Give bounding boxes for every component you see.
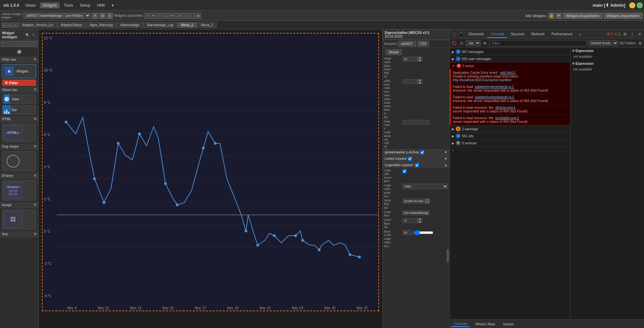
menu-extra[interactable]: ▾ — [109, 2, 116, 8]
error-5-link[interactable]: pivottable.png:1 — [495, 116, 519, 120]
aussicht-button[interactable]: w04627 — [398, 41, 416, 47]
section-messages-header[interactable]: ▶ i 567 messages — [450, 48, 570, 55]
tab-alarmanlage[interactable]: Alarmanlage — [117, 22, 143, 28]
menu-tools[interactable]: Tools — [61, 2, 76, 8]
menu-widgets[interactable]: Widgets — [40, 2, 60, 8]
sidebar-item-iframe[interactable]: <iFrame> — [2, 180, 36, 200]
sidebar-item-image[interactable]: 🖼 — [2, 209, 36, 230]
maximize-button[interactable]: □ — [637, 2, 643, 8]
sidebar-search-icon[interactable]: 🔍 — [25, 32, 30, 38]
zeige-input[interactable] — [402, 57, 418, 61]
error-2-link[interactable]: adapter/mytime/words.js:1 — [475, 85, 514, 89]
section-info-header[interactable]: ▶ i 551 info — [450, 133, 570, 139]
devtools-device-icon[interactable]: 📱 — [458, 31, 464, 37]
props-scrollbar[interactable] — [447, 249, 449, 263]
error-1-link[interactable]: edit.html:1 — [500, 71, 516, 75]
align-top-btn[interactable]: ⊤ — [157, 13, 163, 19]
widget-copy-btn[interactable]: ⧉ — [99, 13, 105, 19]
devtools-more-icon[interactable]: » — [577, 31, 583, 37]
devtools-clear-icon[interactable]: 🚫 — [451, 40, 457, 46]
error-4-link[interactable]: dimmer.png:1 — [495, 106, 516, 109]
legende-position-select[interactable]: oben — [402, 184, 448, 189]
sidebar-search-input[interactable] — [1, 41, 38, 47]
tab-ages-warnung[interactable]: Ages_Warnung — [86, 22, 117, 28]
linien-section[interactable]: Linien Layout ▼ — [383, 155, 449, 162]
alle-lock-btn[interactable]: 🔒 — [548, 13, 554, 19]
devtools-tab-network[interactable]: Network — [528, 31, 548, 38]
alle-eye-btn[interactable]: 👁 — [556, 13, 562, 19]
sidebar-pencil-icon[interactable]: ✎ — [31, 32, 36, 38]
sidebar-item-view[interactable]: View — [2, 94, 36, 104]
devtools-filter-icon[interactable]: ⊙ — [459, 40, 465, 46]
sidebar-item-html[interactable]: <HTML> — [2, 124, 36, 142]
devtools-tab-performance[interactable]: Performance — [548, 31, 576, 38]
tab-adapter-version[interactable]: Adapter_Version_Liv — [18, 22, 57, 28]
skripte-button[interactable]: Skripte — [385, 49, 402, 55]
minimize-button[interactable]: ─ — [629, 2, 635, 8]
sidebar-item-filter[interactable]: ⊘ Filter — [2, 80, 36, 86]
align-height-btn[interactable]: ↕ — [189, 13, 195, 19]
devtools-level-select[interactable]: top — [466, 40, 481, 46]
schriftfarbe-color-btn[interactable] — [425, 199, 430, 203]
align-left-btn[interactable]: ⊣ — [144, 13, 150, 19]
align-bottom-btn[interactable]: ≡ — [176, 13, 182, 19]
tab-adapter-status[interactable]: AdapterStatus — [57, 22, 86, 28]
align-width-btn[interactable]: ↔ — [182, 13, 189, 19]
zeitlicher-spin-btn[interactable]: ▲▼ — [418, 79, 422, 84]
align-right-btn[interactable]: ⊢ — [170, 13, 176, 19]
tab-next-btn[interactable]: › — [13, 22, 18, 28]
devtools-inspect-icon[interactable]: ⬚ — [451, 31, 457, 37]
legenden-section[interactable]: Legenden Layout: ▲ — [383, 162, 449, 168]
legenden-checkbox[interactable] — [415, 163, 419, 167]
widget-select[interactable]: w04627 (materialdesign - Line History Ch… — [23, 13, 91, 18]
schriftfarbe-input[interactable] — [402, 199, 424, 203]
error-3-link[interactable]: adapter/rssfeed/words.js:1 — [475, 95, 514, 99]
tab-alarmanlage-log[interactable]: Alarmanlage_Log — [143, 22, 177, 28]
expand-more-btn[interactable]: › — [450, 147, 570, 154]
gemeinsame-checkbox[interactable] — [420, 150, 424, 154]
bottom-tab-issues[interactable]: Issues — [500, 321, 517, 327]
schriftart-input[interactable] — [402, 210, 429, 215]
menu-setup[interactable]: Setup — [77, 2, 93, 8]
bottom-tab-console[interactable]: Console — [451, 321, 470, 327]
devtools-tab-console[interactable]: Console — [487, 31, 507, 38]
sidebar-item-widgets[interactable]: ▦ Widgets — [2, 64, 36, 78]
sidebar-item-svg-circle[interactable] — [2, 151, 36, 171]
align-center-h-btn[interactable]: ⊢ — [151, 13, 157, 19]
sidebar-item-bar[interactable]: Bar — [2, 105, 36, 114]
linien-checkbox[interactable] — [408, 157, 412, 161]
devtools-close-icon[interactable]: ✕ — [637, 31, 643, 37]
devtools-settings-icon[interactable]: ⚙ — [622, 31, 628, 37]
menu-views[interactable]: Views — [22, 2, 39, 8]
devtools-tab-sources[interactable]: Sources — [507, 31, 528, 38]
breite-slider[interactable] — [413, 230, 433, 235]
tab-home-btn[interactable]: ⌂ — [7, 22, 12, 28]
devtools-gear-icon[interactable]: ⚙ — [637, 41, 643, 46]
devtools-vdots-icon[interactable]: ⋮ — [629, 31, 635, 37]
devtools-eye-icon[interactable]: 👁 — [482, 40, 488, 46]
section-warnings-header[interactable]: ▶ ⚠ 2 warnings — [450, 126, 570, 132]
import-button[interactable]: Widgets Importieren — [604, 13, 643, 19]
zeitlicher-input[interactable] — [402, 79, 418, 84]
export-button[interactable]: Widgets Exportieren — [563, 13, 602, 19]
gemeinsame-section[interactable]: gemeinsame y-Achse ▼ — [383, 149, 449, 155]
tab-alexa-1[interactable]: Alexa_1 — [177, 22, 197, 28]
widget-info-btn[interactable]: ℹ — [107, 13, 113, 19]
align-equal-btn[interactable]: ⊞ — [195, 13, 201, 19]
devtools-filter-input[interactable] — [489, 40, 586, 46]
bottom-tab-whatsnew[interactable]: What's New — [473, 321, 497, 327]
devtools-default-levels[interactable]: Default levels — [588, 40, 618, 46]
align-center-v-btn[interactable]: ⊥ — [163, 13, 169, 19]
legende-anzeigen-checkbox[interactable] — [402, 169, 407, 173]
tab-prev-btn[interactable]: ‹ — [1, 22, 7, 28]
section-verbose-header[interactable]: ▶ ✎ 9 verbose — [450, 140, 570, 146]
zeige-spin-btn[interactable]: ▲▼ — [418, 57, 422, 61]
section-user-messages-header[interactable]: ▶ 👤 550 user messages — [450, 55, 570, 62]
section-errors-header[interactable]: ▼ ✕ 5 errors — [450, 62, 570, 69]
menu-hilfe[interactable]: Hilfe — [94, 2, 108, 8]
datensatz-input[interactable] — [402, 120, 429, 125]
schriftgrosse-spin-btn[interactable]: ▲▼ — [418, 218, 422, 223]
widget-clear-btn[interactable]: ✕ — [92, 13, 98, 19]
tab-alexa-2[interactable]: Alexa_2 — [197, 22, 217, 28]
css-button[interactable]: CSS — [417, 41, 429, 47]
